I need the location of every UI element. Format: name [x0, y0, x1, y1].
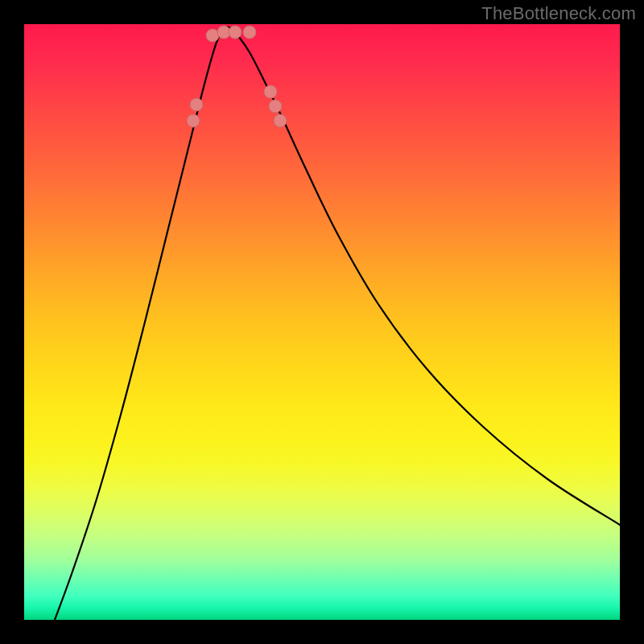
threshold-markers	[187, 26, 287, 127]
chart-svg	[24, 24, 620, 620]
threshold-marker	[269, 100, 282, 113]
threshold-marker	[190, 98, 203, 111]
threshold-marker	[264, 85, 277, 98]
threshold-marker	[274, 114, 287, 127]
plot-area	[24, 24, 620, 620]
threshold-marker	[187, 114, 200, 127]
bottleneck-curve	[55, 27, 620, 620]
threshold-marker	[243, 26, 256, 39]
chart-frame: TheBottleneck.com	[0, 0, 644, 644]
watermark-text: TheBottleneck.com	[481, 3, 636, 24]
threshold-marker	[206, 29, 219, 42]
threshold-marker	[229, 26, 242, 39]
